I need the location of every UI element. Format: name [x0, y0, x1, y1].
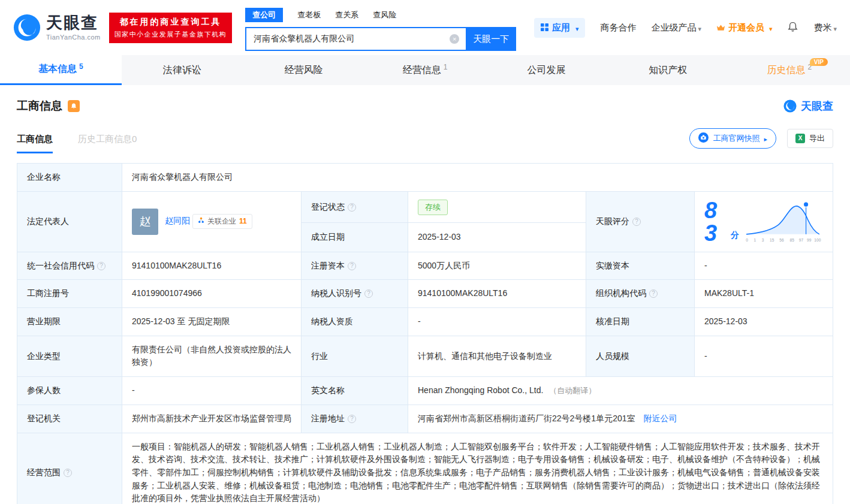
- tab-history-info[interactable]: 历史信息 2 VIP: [728, 55, 850, 85]
- tab-basic-info[interactable]: 基本信息 5: [0, 55, 122, 85]
- value-taxpayer-quality: -: [408, 308, 586, 336]
- tab-label: 基本信息: [38, 63, 77, 76]
- table-row: 营业期限 2025-12-03 至 无固定期限 纳税人资质 - 核准日期 202…: [17, 308, 833, 336]
- label-company-name: 企业名称: [17, 164, 122, 192]
- logo-text: 天眼查 TianYanCha.com: [46, 15, 101, 41]
- help-icon[interactable]: [632, 218, 641, 226]
- org-structure-icon: [198, 216, 204, 227]
- table-row: 统一社会信用代码 91410100MAK28ULT16 注册资本 5000万人民…: [17, 252, 833, 280]
- value-registration-number: 410199001074966: [122, 280, 302, 308]
- tab-count: 5: [79, 62, 83, 71]
- value-registered-capital: 5000万人民币: [408, 252, 586, 280]
- label-business-term: 营业期限: [17, 308, 122, 336]
- search-tab-risk[interactable]: 查风险: [373, 10, 396, 20]
- nav-enterprise[interactable]: 企业级产品: [651, 22, 701, 34]
- search-tab-boss[interactable]: 查老板: [297, 10, 321, 20]
- help-icon[interactable]: [649, 289, 658, 298]
- tab-operating-risk[interactable]: 经营风险: [243, 55, 364, 85]
- search-input[interactable]: [245, 27, 466, 51]
- chevron-down-icon: [767, 23, 773, 33]
- tab-legal-proceedings[interactable]: 法律诉讼: [122, 55, 243, 85]
- help-icon[interactable]: [364, 289, 373, 298]
- status-badge: 存续: [418, 200, 448, 215]
- vip-badge: VIP: [810, 58, 828, 66]
- user-menu[interactable]: 费米: [813, 22, 837, 34]
- export-button[interactable]: 导出: [787, 129, 833, 148]
- legal-rep-name-link[interactable]: 赵同阳: [165, 216, 190, 225]
- legal-rep-avatar[interactable]: 赵: [132, 209, 158, 235]
- value-registered-address: 河南省郑州市高新区梧桐街道药厂街22号2号楼1单元201室 附近公司: [408, 405, 833, 433]
- clear-search-icon[interactable]: [450, 34, 459, 44]
- value-registration-authority: 郑州市高新技术产业开发区市场监督管理局: [122, 405, 302, 433]
- svg-text:56: 56: [779, 238, 784, 242]
- section-title: 工商信息: [17, 98, 62, 114]
- related-companies-badge[interactable]: 关联企业 11: [192, 214, 252, 229]
- label-tianyan-score: 天眼评分: [586, 191, 695, 252]
- svg-text:97: 97: [799, 238, 804, 242]
- table-row: 参保人数 - 英文名称 Henan Zhongqing Robot Co., L…: [17, 377, 833, 405]
- label-taxpayer-quality: 纳税人资质: [302, 308, 408, 336]
- label-org-code: 组织机构代码: [586, 280, 695, 308]
- help-icon[interactable]: [348, 262, 356, 270]
- search-tabs: 查公司 查老板 查关系 查风险: [245, 8, 516, 22]
- username: 费米: [813, 22, 831, 34]
- tab-intellectual-property[interactable]: 知识产权: [607, 55, 729, 85]
- value-company-type: 有限责任公司（非自然人投资或控股的法人独资）: [122, 336, 302, 376]
- value-industry: 计算机、通信和其他电子设备制造业: [408, 336, 586, 376]
- label-establish-date: 成立日期: [302, 223, 408, 252]
- label-registration-status: 登记状态: [302, 191, 408, 223]
- value-paid-capital: -: [695, 252, 833, 280]
- search-tab-relation[interactable]: 查关系: [335, 10, 358, 20]
- tianyancha-logo-icon: [783, 99, 797, 113]
- business-info-table: 企业名称 河南省众擎机器人有限公司 法定代表人 赵 赵同阳 关联企业 11: [17, 163, 833, 504]
- chevron-down-icon: [574, 23, 579, 33]
- help-icon[interactable]: [97, 262, 106, 270]
- company-section-tabs: 基本信息 5 法律诉讼 经营风险 经营信息 1 公司发展 知识产权 历史信息 2…: [0, 55, 850, 85]
- search-tab-company[interactable]: 查公司: [245, 8, 283, 22]
- value-business-scope: 一般项目：智能机器人的研发；智能机器人销售；工业机器人销售；工业机器人制造；人工…: [122, 433, 833, 504]
- label-industry: 行业: [302, 336, 408, 376]
- value-org-code: MAK28ULT-1: [695, 280, 833, 308]
- subtab-business-info[interactable]: 工商信息: [17, 134, 53, 153]
- help-icon[interactable]: [348, 203, 356, 212]
- tab-company-development[interactable]: 公司发展: [486, 55, 607, 85]
- subtab-history-business-info[interactable]: 历史工商信息0: [78, 134, 137, 153]
- label-legal-representative: 法定代表人: [17, 191, 122, 252]
- tab-label: 法律诉讼: [163, 64, 201, 77]
- slogan-line1: 都在用的商业查询工具: [114, 17, 227, 28]
- value-credit-code: 91410100MAK28ULT16: [122, 252, 302, 280]
- label-staff-size: 人员规模: [586, 336, 695, 376]
- tab-operating-info[interactable]: 经营信息 1: [364, 55, 486, 85]
- tab-label: 历史信息: [767, 64, 805, 77]
- open-vip-link[interactable]: 开通会员: [716, 22, 773, 34]
- subscribe-bell-icon[interactable]: [68, 100, 80, 112]
- score-unit: 分: [731, 229, 739, 242]
- crown-icon: [716, 23, 725, 33]
- svg-text:1: 1: [753, 238, 756, 242]
- help-icon[interactable]: [64, 469, 72, 477]
- apps-menu[interactable]: 应用: [534, 18, 586, 38]
- score-distribution-chart: 0 1 3 15 56 85 97 99 100: [743, 199, 823, 244]
- official-snapshot-button[interactable]: 工商官网快照: [689, 128, 776, 149]
- value-establish-date: 2025-12-03: [408, 223, 586, 252]
- top-nav: 应用 商务合作 企业级产品 开通会员 费米: [534, 18, 837, 38]
- arrow-right-icon: [764, 134, 767, 143]
- notification-bell-icon[interactable]: [787, 21, 798, 34]
- nav-cooperation[interactable]: 商务合作: [600, 22, 636, 34]
- help-icon[interactable]: [348, 415, 356, 423]
- label-approval-date: 核准日期: [586, 308, 695, 336]
- search-button[interactable]: 天眼一下: [466, 27, 516, 51]
- value-insured-count: -: [122, 377, 302, 405]
- label-company-type: 企业类型: [17, 336, 122, 376]
- svg-text:85: 85: [790, 238, 795, 242]
- apps-label: 应用: [552, 22, 570, 34]
- tianyancha-logo[interactable]: 天眼查 TianYanCha.com: [13, 14, 101, 41]
- svg-text:100: 100: [814, 238, 821, 242]
- svg-text:15: 15: [770, 238, 774, 242]
- slogan-line2: 国家中小企业发展子基金旗下机构: [114, 30, 227, 39]
- logo-title: 天眼查: [46, 15, 101, 31]
- table-row: 企业名称 河南省众擎机器人有限公司: [17, 164, 833, 192]
- svg-text:0: 0: [746, 238, 748, 242]
- value-legal-representative: 赵 赵同阳 关联企业 11: [122, 191, 302, 252]
- nearby-companies-link[interactable]: 附近公司: [643, 414, 677, 423]
